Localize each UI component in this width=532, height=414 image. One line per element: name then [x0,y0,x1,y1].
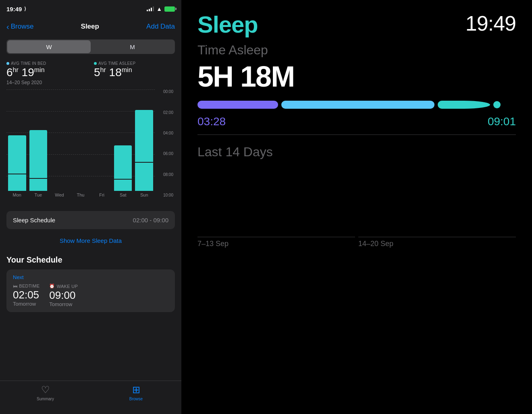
your-schedule-section: Your Schedule Next 🛏 BEDTIME 02:05 Tomor… [0,249,181,381]
segment-monthly[interactable]: M [91,40,174,53]
bed-icon: 🛏 [13,284,17,288]
sleep-schedule-label: Sleep Schedule [13,217,55,224]
bedtime-label: 🛏 BEDTIME [13,284,39,288]
wakeup-label: ⏰ WAKE UP [49,284,78,289]
sleep-schedule-row: Sleep Schedule 02:00 - 09:00 [6,211,175,229]
big-time-value: 5H 18M [197,61,516,93]
avg-asleep-block: AVG TIME ASLEEP 5hr 18min [94,61,175,85]
avg-bed-block: AVG TIME IN BED 6hr 19min 14–20 Sep 2020 [6,61,87,85]
avg-asleep-label: AVG TIME ASLEEP [94,61,175,66]
stats-row: AVG TIME IN BED 6hr 19min 14–20 Sep 2020… [0,61,181,85]
chart-y-axis: 00:00 02:00 04:00 06:00 08:00 10:00 [155,89,175,197]
bedtime-sub: Tomorrow [13,301,39,307]
avg-bed-value: 6hr 19min [6,66,87,79]
back-button[interactable]: ‹ Browse [6,23,33,31]
chevron-left-icon: ‹ [6,23,9,31]
sleep-chart: Mon Tue Wed Thu [6,89,175,206]
avg-asleep-value: 5hr 18min [94,66,175,79]
bar-sat [114,145,132,191]
chart-col-sun: Sun [135,89,153,197]
right-header: Sleep 19:49 [197,13,516,36]
sleep-bar-cyan [281,101,434,109]
schedule-times: 🛏 BEDTIME 02:05 Tomorrow ⏰ WAKE UP 09:00… [13,284,168,307]
chart-col-wed: Wed [50,89,69,197]
week1-label: 7–13 Sep [197,240,355,248]
last-14-label: Last 14 Days [197,145,516,159]
sleep-timeline-bars [197,101,516,109]
chart-col-mon: Mon [8,89,26,197]
show-more-button[interactable]: Show More Sleep Data [0,234,181,249]
bar-mon [8,135,26,191]
tab-browse-label: Browse [129,397,143,401]
nav-bar: ‹ Browse Sleep Add Data [0,18,181,35]
nav-title: Sleep [81,23,99,31]
sleep-times-row: 03:28 09:01 [197,115,516,128]
week1-chart: 7–13 Sep [197,237,355,248]
wakeup-block: ⏰ WAKE UP 09:00 Tomorrow [49,284,78,307]
tab-summary-label: Summary [37,397,54,401]
status-icons: ▲ [147,6,175,12]
heart-icon: ♡ [41,384,50,395]
chart-col-thu: Thu [72,89,90,197]
sleep-start-time: 03:28 [197,115,226,128]
chart-col-sat: Sat [114,89,132,197]
location-icon: ⟩ [24,6,26,12]
sleep-end-time: 09:01 [488,115,516,128]
time-asleep-label: Time Asleep [197,43,516,58]
battery-icon [164,6,175,12]
status-time: 19:49 ⟩ [6,6,26,12]
tab-bar: ♡ Summary ⊞ Browse [0,381,181,414]
wakeup-value: 09:00 [49,290,78,301]
tab-summary[interactable]: ♡ Summary [0,384,91,401]
schedule-card: Next 🛏 BEDTIME 02:05 Tomorrow ⏰ WAKE UP … [6,269,175,312]
status-bar: 19:49 ⟩ ▲ [0,0,181,18]
bar-sun [135,110,153,191]
wifi-icon: ▲ [156,6,162,12]
week1-bars [197,237,355,237]
divider [197,135,516,135]
bedtime-block: 🛏 BEDTIME 02:05 Tomorrow [13,284,39,307]
left-panel: 19:49 ⟩ ▲ ‹ Browse Sleep Add Data W M [0,0,181,414]
chart-col-tue: Tue [29,89,48,197]
wakeup-sub: Tomorrow [49,301,78,307]
week2-bars [358,237,516,237]
avg-bed-label: AVG TIME IN BED [6,61,87,66]
sleep-schedule-time: 02:00 - 09:00 [133,217,168,224]
sleep-bar-purple [197,101,278,109]
chart-bars: Mon Tue Wed Thu [6,89,155,197]
back-label: Browse [11,23,34,31]
sleep-bar-dot [493,101,501,108]
chart-col-fri: Fri [93,89,111,197]
add-data-button[interactable]: Add Data [146,23,175,31]
tab-browse[interactable]: ⊞ Browse [91,384,181,401]
bed-dot [6,62,9,65]
sleep-heading: Sleep [197,13,258,36]
grid-icon: ⊞ [132,384,140,395]
segment-weekly[interactable]: W [7,40,91,53]
last-14-chart: 7–13 Sep [197,168,516,248]
right-clock: 19:49 [466,13,516,34]
schedule-next-label: Next [13,274,168,280]
bedtime-value: 02:05 [13,289,39,301]
asleep-dot [94,62,97,65]
week2-label: 14–20 Sep [358,240,516,248]
alarm-icon: ⏰ [49,284,55,289]
week2-chart: 14–20 Sep [358,237,516,248]
sleep-bar-bright [438,101,490,109]
right-panel: Sleep 19:49 Time Asleep 5H 18M 03:28 09:… [181,0,532,414]
segment-control[interactable]: W M [6,39,175,54]
time-label: 19:49 [6,6,22,12]
bar-tue [29,130,48,191]
date-range: 14–20 Sep 2020 [6,80,87,85]
your-schedule-title: Your Schedule [6,255,175,265]
signal-icon [147,6,154,11]
